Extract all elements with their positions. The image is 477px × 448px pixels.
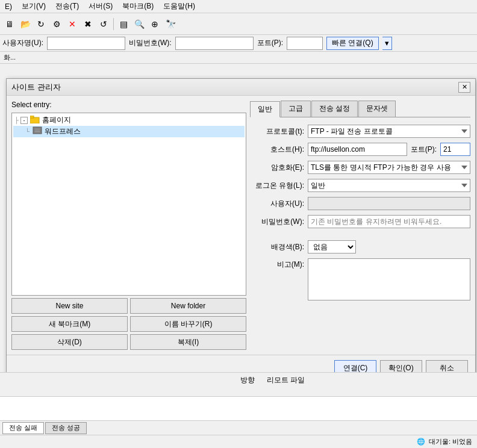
password-field-input[interactable] bbox=[308, 215, 470, 228]
memo-label: 비고(M): bbox=[250, 260, 304, 270]
tree-container[interactable]: ├ - 홈페이지 └ bbox=[11, 113, 246, 296]
tab-charset[interactable]: 문자셋 bbox=[358, 101, 396, 117]
encrypt-row: 암호화(E): TLS를 통한 명시적 FTP가 가능한 경우 사용 bbox=[250, 161, 470, 174]
toolbar-cancel[interactable]: ✕ bbox=[65, 17, 80, 31]
new-site-button[interactable]: New site bbox=[11, 298, 128, 314]
toolbar-compare[interactable]: 🔭 bbox=[163, 17, 178, 31]
tab-general[interactable]: 일반 bbox=[250, 101, 280, 117]
tab-bar: 일반 고급 전송 설정 문자셋 bbox=[250, 101, 470, 117]
tab-transfer-fail[interactable]: 전송 실패 bbox=[2, 422, 44, 434]
tab-transfer-success[interactable]: 전송 성공 bbox=[45, 422, 87, 434]
password-input[interactable] bbox=[175, 37, 254, 50]
toolbar: 🖥 📂 ↻ ⚙ ✕ ✖ ↺ ▤ 🔍 ⊕ 🔭 bbox=[0, 13, 477, 35]
toolbar-disconnect[interactable]: ✖ bbox=[81, 17, 95, 31]
password-field-label: 비밀번호(W): bbox=[250, 217, 304, 227]
protocol-row: 프로토콜(t): FTP - 파일 전송 프로토콜 bbox=[250, 125, 470, 138]
status-tabs: 전송 실패 전송 성공 bbox=[0, 420, 477, 435]
dialog-title: 사이트 관리자 bbox=[11, 82, 61, 93]
menu-view[interactable]: 보기(V) bbox=[19, 1, 48, 12]
tree-root-label: 홈페이지 bbox=[42, 115, 71, 125]
menu-help[interactable]: 도움말(H) bbox=[161, 1, 198, 12]
menu-bookmark[interactable]: 북마크(B) bbox=[120, 1, 156, 12]
toolbar-filter[interactable]: ▤ bbox=[116, 17, 131, 31]
password-control bbox=[308, 215, 470, 228]
form-panel: 일반 고급 전송 설정 문자셋 프로토콜(t): FTP - 파일 전송 프로토… bbox=[250, 101, 470, 350]
tree-item-root[interactable]: ├ - 홈페이지 bbox=[13, 114, 245, 126]
dialog-content: Select entry: ├ - 홈페이지 bbox=[7, 96, 475, 355]
password-row: 비밀번호(W): bbox=[250, 215, 470, 228]
memo-textarea[interactable] bbox=[308, 258, 470, 300]
tab-advanced[interactable]: 고급 bbox=[281, 101, 311, 117]
toolbar-refresh[interactable]: ↻ bbox=[34, 17, 48, 31]
tree-item-wordpress[interactable]: └ 워드프레스 bbox=[13, 126, 245, 137]
port-input[interactable] bbox=[287, 37, 323, 50]
memo-row: 비고(M): bbox=[250, 258, 470, 302]
tree-expand-root[interactable]: - bbox=[20, 117, 28, 124]
port-field-label: 포트(P): bbox=[411, 145, 437, 155]
form-fields: 프로토콜(t): FTP - 파일 전송 프로토콜 호스트(H): 포트(P): bbox=[250, 122, 470, 350]
remote-file-label: 리모트 파일 bbox=[267, 375, 305, 394]
protocol-label: 프로토콜(t): bbox=[250, 126, 304, 137]
login-select[interactable]: 일반 bbox=[308, 179, 470, 192]
toolbar-search[interactable]: 🔍 bbox=[132, 17, 146, 31]
user-row: 사용자(U): bbox=[250, 197, 470, 210]
quick-connect-dropdown[interactable]: ▾ bbox=[382, 37, 392, 50]
host-row: 호스트(H): 포트(P): bbox=[250, 143, 470, 156]
menu-transfer[interactable]: 전송(T) bbox=[53, 1, 81, 12]
address-bar: 사용자명(U): 비밀번호(W): 포트(P): 빠른 연결(Q) ▾ bbox=[0, 35, 477, 52]
encrypt-control: TLS를 통한 명시적 FTP가 가능한 경우 사용 bbox=[308, 161, 470, 174]
bottom-section: 방향 리모트 파일 전송 실패 전송 성공 🌐 대기울: 비었음 bbox=[0, 372, 477, 448]
background-select[interactable]: 없음 bbox=[308, 240, 356, 254]
menu-bar: E) 보기(V) 전송(T) 서버(S) 북마크(B) 도움말(H) bbox=[0, 0, 477, 13]
host-input[interactable] bbox=[308, 143, 407, 156]
spacer bbox=[250, 233, 470, 235]
background-label: 배경색(B): bbox=[250, 242, 304, 252]
user-field-label: 사용자(U): bbox=[250, 199, 304, 209]
tree-panel: Select entry: ├ - 홈페이지 bbox=[11, 101, 246, 350]
encrypt-label: 암호화(E): bbox=[250, 163, 304, 173]
tree-child-label: 워드프레스 bbox=[45, 126, 81, 137]
background-row: 배경색(B): 없음 bbox=[250, 240, 470, 254]
log-area bbox=[0, 396, 477, 420]
encrypt-select[interactable]: TLS를 통한 명시적 FTP가 가능한 경우 사용 bbox=[308, 161, 470, 174]
toolbar-new-connection[interactable]: 🖥 bbox=[2, 17, 17, 31]
toolbar-reconnect[interactable]: ↺ bbox=[96, 17, 111, 31]
toolbar-open-manager[interactable]: 📂 bbox=[18, 17, 33, 31]
password-label: 비밀번호(W): bbox=[129, 38, 172, 48]
tree-buttons: New site New folder 새 북마크(M) 이름 바꾸기(R) 삭… bbox=[11, 298, 246, 350]
login-label: 로그온 유형(L): bbox=[250, 181, 304, 191]
globe-icon: 🌐 bbox=[417, 438, 425, 446]
app-window: E) 보기(V) 전송(T) 서버(S) 북마크(B) 도움말(H) 🖥 📂 ↻… bbox=[0, 0, 477, 448]
site-manager-dialog: 사이트 관리자 ✕ Select entry: ├ - bbox=[6, 78, 476, 381]
port-label: 포트(P): bbox=[257, 38, 283, 48]
toolbar-sync[interactable]: ⊕ bbox=[148, 17, 162, 31]
login-control: 일반 bbox=[308, 179, 470, 192]
quick-connect-button[interactable]: 빠른 연결(Q) bbox=[326, 37, 379, 50]
memo-control bbox=[308, 258, 470, 302]
user-label: 사용자명(U): bbox=[2, 38, 43, 48]
user-input[interactable] bbox=[47, 37, 125, 50]
tab-transfer-settings[interactable]: 전송 설정 bbox=[311, 101, 358, 117]
protocol-select[interactable]: FTP - 파일 전송 프로토콜 bbox=[308, 125, 470, 138]
new-folder-button[interactable]: New folder bbox=[130, 298, 246, 314]
folder-icon-root bbox=[30, 116, 40, 125]
svg-rect-1 bbox=[30, 116, 34, 118]
remote-panel-header: 방향 리모트 파일 bbox=[240, 375, 475, 394]
dialog-titlebar: 사이트 관리자 ✕ bbox=[7, 79, 475, 96]
rename-button[interactable]: 이름 바꾸기(R) bbox=[130, 316, 246, 332]
server-icon-wordpress bbox=[33, 126, 42, 137]
dialog-close-button[interactable]: ✕ bbox=[458, 82, 470, 93]
local-panel-header bbox=[2, 375, 237, 394]
menu-server[interactable]: 서버(S) bbox=[86, 1, 115, 12]
new-bookmark-button[interactable]: 새 북마크(M) bbox=[11, 316, 128, 332]
menu-e[interactable]: E) bbox=[2, 2, 14, 11]
background-control: 없음 bbox=[308, 240, 470, 254]
toolbar-process-queue[interactable]: ⚙ bbox=[49, 17, 64, 31]
status-top: 화... bbox=[0, 52, 477, 64]
user-field-input[interactable] bbox=[308, 197, 470, 210]
host-control: 포트(P): bbox=[308, 143, 470, 156]
duplicate-button[interactable]: 복제(I) bbox=[130, 334, 246, 350]
select-entry-label: Select entry: bbox=[11, 101, 246, 109]
delete-button[interactable]: 삭제(D) bbox=[11, 334, 128, 350]
port-field-input[interactable] bbox=[440, 143, 470, 156]
